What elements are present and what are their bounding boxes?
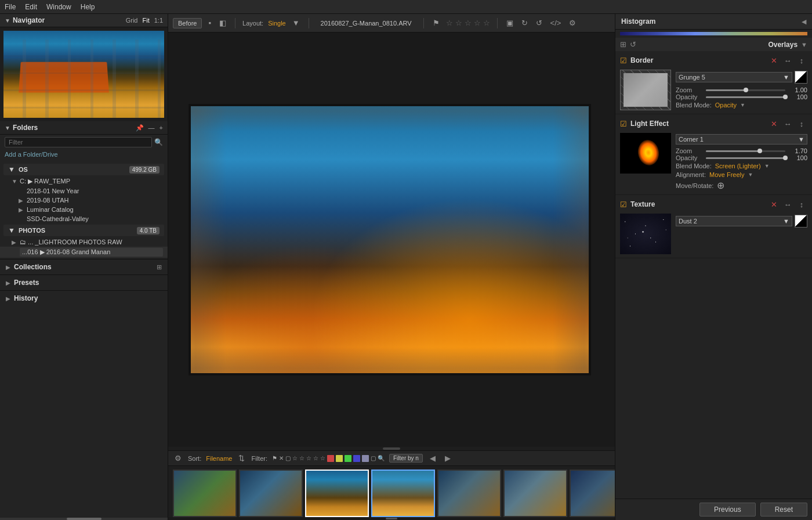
texture-checkbox[interactable]: ☑ xyxy=(620,200,627,209)
histogram-chevron[interactable]: ◀ xyxy=(802,18,806,26)
utah-arrow[interactable]: ▶ xyxy=(19,197,24,204)
light-effect-align-value[interactable]: Move Freely xyxy=(709,171,745,178)
filmstrip-thumb-3[interactable] xyxy=(305,470,369,517)
add-folder-link[interactable]: Add a Folder/Drive xyxy=(0,150,168,161)
folder-utah[interactable]: ▶ 2019-08 UTAH xyxy=(0,196,168,205)
folder-grand-manan[interactable]: ▶ ...016 ▶ 2016-08 Grand Manan xyxy=(0,247,168,258)
border-swatch[interactable] xyxy=(795,71,807,84)
folder-ssd[interactable]: ▶ SSD-Cathedral-Valley xyxy=(0,214,168,223)
folders-icon-pin[interactable]: 📌 xyxy=(136,124,144,132)
star-5[interactable]: ☆ xyxy=(483,19,490,27)
border-opacity-slider[interactable] xyxy=(706,96,785,98)
rotate-cw-icon[interactable]: ↻ xyxy=(520,17,530,28)
light-effect-align-arrow[interactable]: ▼ xyxy=(748,172,753,178)
view-icon-1[interactable]: ▪ xyxy=(206,17,213,28)
filter-search-icon[interactable]: 🔍 xyxy=(378,455,385,461)
filter-by-button[interactable]: Filter by n xyxy=(389,454,423,463)
filmstrip-next-icon[interactable]: ▶ xyxy=(443,454,453,463)
layout-value[interactable]: Single xyxy=(268,20,286,27)
overlays-dropdown-icon[interactable]: ▼ xyxy=(801,41,807,48)
navigator-header[interactable]: ▼ Navigator Grid Fit 1:1 xyxy=(0,14,168,27)
star-3[interactable]: ☆ xyxy=(465,19,472,27)
filter-blue[interactable] xyxy=(353,455,360,462)
star-2[interactable]: ☆ xyxy=(455,19,462,27)
filter-star4[interactable]: ☆ xyxy=(313,455,318,461)
filter-red[interactable] xyxy=(327,455,334,462)
main-image[interactable] xyxy=(191,106,589,373)
menu-file[interactable]: File xyxy=(5,3,16,11)
sort-direction-icon[interactable]: ⇅ xyxy=(237,453,246,464)
border-zoom-slider[interactable] xyxy=(706,89,785,91)
left-panel-scrollbar[interactable] xyxy=(0,518,168,520)
filmstrip-thumb-6[interactable] xyxy=(503,470,567,517)
border-close-icon[interactable]: ✕ xyxy=(768,55,780,66)
overlays-icon-2[interactable]: ↺ xyxy=(630,40,636,49)
filter-star-icon[interactable]: ☆ xyxy=(292,455,298,461)
drive-photos[interactable]: ▼ PHOTOS 4.0 TB xyxy=(3,225,164,236)
folders-icon-minus[interactable]: — xyxy=(148,124,155,131)
filmstrip-scrollbar-thumb[interactable] xyxy=(386,518,397,519)
folders-search-icon[interactable]: 🔍 xyxy=(154,138,163,146)
star-1[interactable]: ☆ xyxy=(446,19,453,27)
light-effect-preset-arrow[interactable]: ▼ xyxy=(798,136,804,143)
light-effect-close-icon[interactable]: ✕ xyxy=(768,118,780,129)
collections-icon[interactable]: ⊞ xyxy=(157,263,162,271)
texture-preset-arrow[interactable]: ▼ xyxy=(783,218,789,225)
filter-star5[interactable]: ☆ xyxy=(320,455,325,461)
folder-new-year[interactable]: ▶ 2018-01 New Year xyxy=(0,186,168,196)
menu-edit[interactable]: Edit xyxy=(25,3,37,11)
filter-star3[interactable]: ☆ xyxy=(306,455,311,461)
texture-swatch[interactable] xyxy=(795,215,807,228)
before-button[interactable]: Before xyxy=(173,18,202,28)
reset-button[interactable]: Reset xyxy=(760,503,807,517)
border-checkbox[interactable]: ☑ xyxy=(620,56,627,65)
texture-close-icon[interactable]: ✕ xyxy=(768,198,780,210)
drive-photos-arrow[interactable]: ▼ xyxy=(8,226,15,234)
folders-filter-input[interactable] xyxy=(5,137,152,147)
collections-header[interactable]: ▶ Collections ⊞ xyxy=(0,259,168,275)
image-area-scrollbar[interactable] xyxy=(383,447,400,450)
folder-luminar[interactable]: ▶ Luminar Catalog xyxy=(0,205,168,214)
presets-header[interactable]: ▶ Presets xyxy=(0,275,168,290)
filmstrip-thumb-7[interactable] xyxy=(570,470,615,517)
history-header[interactable]: ▶ History xyxy=(0,291,168,306)
drive-os-arrow[interactable]: ▼ xyxy=(8,165,15,174)
texture-preset-select[interactable]: Dust 2 ▼ xyxy=(676,216,792,226)
folders-icon-plus[interactable]: + xyxy=(160,124,163,131)
lightroom-arrow[interactable]: ▶ xyxy=(12,239,17,245)
navigator-ratio[interactable]: 1:1 xyxy=(154,17,163,24)
navigator-fit[interactable]: Fit xyxy=(142,17,149,24)
border-preset-select[interactable]: Grunge 5 ▼ xyxy=(676,72,792,82)
light-effect-move-icon[interactable]: ⊕ xyxy=(717,180,724,191)
border-flip-v-icon[interactable]: ↕ xyxy=(796,55,807,66)
menu-window[interactable]: Window xyxy=(46,3,71,11)
presets-arrow[interactable]: ▶ xyxy=(6,280,10,286)
texture-flip-h-icon[interactable]: ↔ xyxy=(782,198,793,210)
texture-flip-v-icon[interactable]: ↕ xyxy=(796,198,807,210)
crop-icon[interactable]: ▣ xyxy=(505,17,515,28)
collections-arrow[interactable]: ▶ xyxy=(6,264,10,270)
folders-collapse-arrow[interactable]: ▼ xyxy=(5,125,10,131)
sort-value[interactable]: Filename xyxy=(206,455,232,462)
history-arrow[interactable]: ▶ xyxy=(6,295,10,302)
filmstrip-thumb-1[interactable] xyxy=(173,470,237,517)
light-effect-blend-arrow[interactable]: ▼ xyxy=(764,163,770,169)
light-effect-blend-value[interactable]: Screen (Lighter) xyxy=(715,162,761,169)
luminar-arrow[interactable]: ▶ xyxy=(19,207,24,213)
filter-square2-icon[interactable]: ▢ xyxy=(371,455,376,461)
light-effect-flip-h-icon[interactable]: ↔ xyxy=(782,118,793,129)
settings-icon[interactable]: ⚙ xyxy=(567,17,578,28)
filmstrip-thumb-2[interactable] xyxy=(239,470,303,517)
filter-flag-icon[interactable]: ⚑ xyxy=(272,455,277,461)
drive-os[interactable]: ▼ OS 499.2 GB xyxy=(3,164,164,175)
border-blend-arrow[interactable]: ▼ xyxy=(740,102,745,108)
light-effect-checkbox[interactable]: ☑ xyxy=(620,120,627,128)
raw-temp-arrow[interactable]: ▼ xyxy=(12,178,17,185)
filmstrip-thumb-4[interactable] xyxy=(371,470,435,517)
light-effect-zoom-slider[interactable] xyxy=(706,150,785,152)
layout-dropdown-icon[interactable]: ▼ xyxy=(291,17,302,28)
border-flip-h-icon[interactable]: ↔ xyxy=(782,55,793,66)
navigator-grid[interactable]: Grid xyxy=(126,17,138,24)
flag-icon[interactable]: ⚑ xyxy=(431,17,441,28)
view-icon-2[interactable]: ◧ xyxy=(217,17,228,28)
